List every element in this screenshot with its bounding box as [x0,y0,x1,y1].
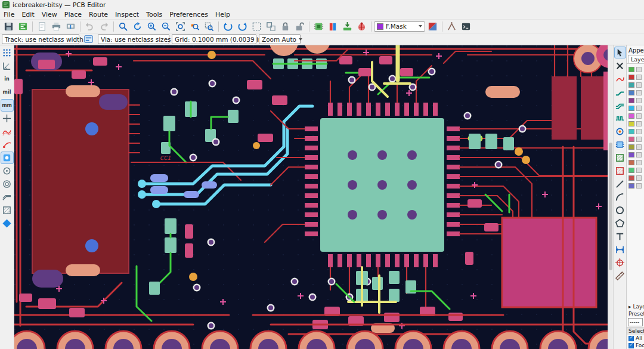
menu-inspect[interactable]: Inspect [112,11,143,18]
layer-row[interactable] [628,159,644,166]
selection-filter-checkbox[interactable]: Footprints [627,342,644,349]
layer-visibility-icon[interactable] [636,67,642,72]
layer-row[interactable] [628,135,644,143]
unit-inches-button[interactable]: in [1,73,14,85]
local-ratsnest-tool-button[interactable] [614,73,626,85]
menu-route[interactable]: Route [85,11,112,18]
refresh-button[interactable] [131,20,144,33]
zone-fill-display-button[interactable] [1,217,14,230]
layer-visibility-icon[interactable] [636,175,642,181]
page-settings-button[interactable] [35,20,49,33]
layer-row[interactable] [628,97,644,104]
place-via-button[interactable] [614,125,626,137]
layer-color-swatch[interactable] [628,106,634,111]
draw-arc-button[interactable] [614,191,626,203]
draw-polygon-button[interactable] [614,217,626,229]
set-origin-button[interactable] [614,257,626,268]
draw-line-button[interactable] [614,178,626,190]
redo-button[interactable] [97,20,111,33]
layer-visibility-icon[interactable] [636,152,642,157]
layer-color-swatch[interactable] [628,82,634,88]
via-size-combo[interactable]: Via: use netclass sizes [98,34,169,44]
sketch-zones-button[interactable] [1,204,14,217]
layer-color-swatch[interactable] [628,75,634,80]
zoom-objects-button[interactable] [188,20,202,33]
layer-color-swatch[interactable] [628,183,634,189]
layer-row[interactable] [628,182,644,190]
library-browser-button[interactable] [326,20,340,33]
layer-row[interactable] [628,89,644,97]
layer-row[interactable] [628,151,644,159]
route-diffpair-button[interactable] [614,99,626,111]
sketch-vias-button[interactable] [1,178,14,190]
menu-preferences[interactable]: Preferences [166,11,212,18]
group-button[interactable] [264,20,278,33]
route-tracks-button[interactable] [614,86,626,98]
cursor-shape-button[interactable] [1,112,14,125]
drc-button[interactable] [355,20,369,33]
scripting-console-button[interactable] [459,20,473,33]
layer-visibility-icon[interactable] [636,106,642,111]
layer-row[interactable] [628,143,644,151]
layer-visibility-icon[interactable] [636,129,642,134]
sketch-tracks-button[interactable] [1,191,14,203]
layer-color-swatch[interactable] [628,137,634,142]
menu-view[interactable]: View [38,11,61,18]
tweezers-button[interactable] [445,20,459,33]
track-via-size-menu-button[interactable] [82,33,95,45]
ratsnest-button[interactable] [1,125,14,138]
track-width-combo[interactable]: Track: use netclass width [2,34,79,44]
unit-mils-button[interactable]: mil [1,86,14,98]
layer-visibility-icon[interactable] [636,137,642,142]
zoom-fit-button[interactable] [174,20,187,33]
layer-color-swatch[interactable] [628,98,634,103]
add-text-button[interactable] [614,230,626,242]
layer-row[interactable] [628,128,644,135]
save-button[interactable] [2,20,16,33]
layer-row[interactable] [628,81,644,89]
layer-color-swatch[interactable] [628,129,634,134]
active-layer-combo[interactable]: F.Mask [374,21,425,32]
draw-keepout-button[interactable] [614,165,626,177]
checkbox-icon[interactable] [628,343,634,348]
layer-color-swatch[interactable] [628,168,634,173]
layer-color-swatch[interactable] [628,175,634,181]
layer-pair-button[interactable] [426,20,439,33]
checkbox-icon[interactable] [628,336,634,341]
select-area-button[interactable] [250,20,264,33]
layer-visibility-icon[interactable] [636,82,642,88]
presets-combo[interactable]: ----- [628,318,643,326]
net-highlight-button[interactable] [1,152,14,164]
layer-row[interactable] [628,66,644,73]
print-button[interactable] [49,20,63,33]
layer-row[interactable] [628,112,644,120]
menu-edit[interactable]: Edit [18,11,38,18]
unselect-tool-button[interactable] [614,60,626,72]
scrollbar-thumb[interactable] [609,143,612,270]
grid-combo[interactable]: Grid: 0.1000 mm (0.0039 in) [172,34,256,44]
footprint-editor-button[interactable] [312,20,326,33]
menu-help[interactable]: Help [212,11,234,18]
board-setup-button[interactable] [16,20,30,33]
tab-layers[interactable]: Layers [628,55,644,63]
local-ratsnest-button[interactable] [1,138,14,151]
grid-settings-button[interactable] [1,47,14,59]
rotate-cw-button[interactable] [236,20,249,33]
layer-visibility-icon[interactable] [636,113,642,119]
layer-visibility-icon[interactable] [636,183,642,189]
undo-button[interactable] [83,20,97,33]
layer-color-swatch[interactable] [628,160,634,165]
layer-visibility-icon[interactable] [636,168,642,173]
draw-zone-button[interactable] [614,152,626,163]
menu-file[interactable]: File [0,11,18,18]
layer-color-swatch[interactable] [628,113,634,119]
find-button[interactable] [116,20,130,33]
zoom-out-button[interactable] [159,20,173,33]
canvas-vscrollbar[interactable] [608,45,613,349]
rotate-ccw-button[interactable] [221,20,235,33]
select-tool-button[interactable] [614,47,626,58]
layer-row[interactable] [628,166,644,174]
menu-tools[interactable]: Tools [143,11,166,18]
update-pcb-button[interactable] [340,20,354,33]
polar-coords-button[interactable] [1,60,14,72]
